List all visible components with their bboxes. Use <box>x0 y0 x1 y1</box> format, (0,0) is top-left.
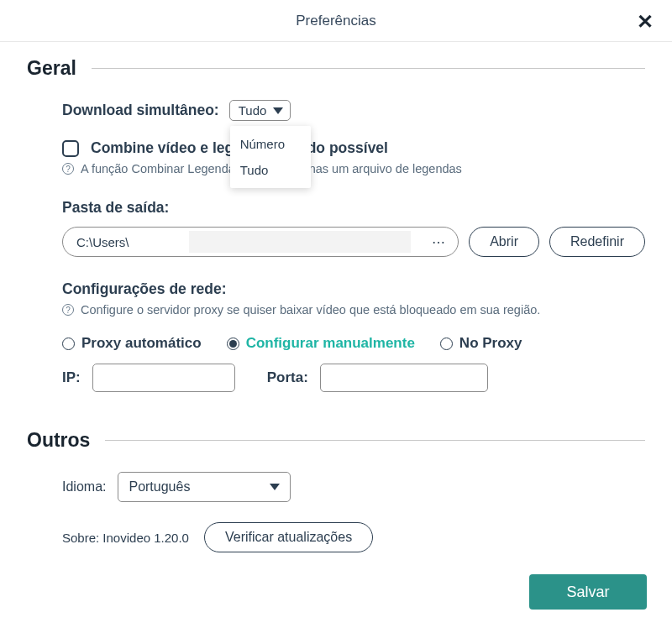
dropdown-item-tudo[interactable]: Tudo <box>230 157 311 183</box>
proxy-manual-label: Configurar manualmente <box>246 335 415 352</box>
language-value: Português <box>129 479 190 495</box>
download-simultaneous-label: Download simultâneo: <box>62 102 219 119</box>
close-icon[interactable]: ✕ <box>637 10 654 34</box>
network-settings-info: Configure o servidor proxy se quiser bai… <box>81 303 540 317</box>
radio-icon <box>62 338 75 350</box>
save-button[interactable]: Salvar <box>529 574 647 610</box>
proxy-none-option[interactable]: No Proxy <box>440 335 522 352</box>
proxy-auto-label: Proxy automático <box>81 335 202 352</box>
about-text: Sobre: Inovideo 1.20.0 <box>62 531 189 545</box>
proxy-manual-option[interactable]: Configurar manualmente <box>227 335 415 352</box>
output-folder-label: Pasta de saída: <box>62 199 645 217</box>
output-folder-input[interactable]: C:\Users\ ⋯ <box>62 227 459 257</box>
section-title-general: Geral <box>27 57 76 80</box>
divider <box>105 440 645 441</box>
reset-button[interactable]: Redefinir <box>549 227 645 257</box>
network-settings-label: Configurações de rede: <box>62 280 645 298</box>
download-dropdown-menu: Número Tudo <box>230 126 311 188</box>
radio-icon <box>440 338 453 350</box>
chevron-down-icon <box>270 484 280 490</box>
proxy-none-label: No Proxy <box>459 335 522 352</box>
download-simultaneous-select[interactable]: Tudo Número Tudo <box>229 100 291 121</box>
output-folder-value: C:\Users\ <box>76 235 129 249</box>
port-label: Porta: <box>267 369 308 386</box>
info-icon: ? <box>62 304 74 316</box>
language-label: Idioma: <box>62 479 106 495</box>
ip-input[interactable] <box>92 364 235 392</box>
browse-ellipsis-icon[interactable]: ⋯ <box>432 234 446 250</box>
combine-subtitles-checkbox[interactable] <box>62 140 79 157</box>
download-simultaneous-value: Tudo <box>239 103 267 118</box>
chevron-down-icon <box>273 107 283 114</box>
language-select[interactable]: Português <box>118 472 291 502</box>
check-updates-button[interactable]: Verificar atualizações <box>204 522 373 552</box>
section-title-others: Outros <box>27 429 90 452</box>
dialog-title: Preferências <box>296 13 375 29</box>
open-button[interactable]: Abrir <box>469 227 539 257</box>
info-icon: ? <box>62 163 74 175</box>
divider <box>92 68 645 69</box>
ip-label: IP: <box>62 369 81 386</box>
redacted-area <box>189 231 411 253</box>
radio-icon <box>227 338 239 350</box>
proxy-auto-option[interactable]: Proxy automático <box>62 335 202 352</box>
dropdown-item-numero[interactable]: Número <box>230 131 311 157</box>
port-input[interactable] <box>320 364 488 392</box>
